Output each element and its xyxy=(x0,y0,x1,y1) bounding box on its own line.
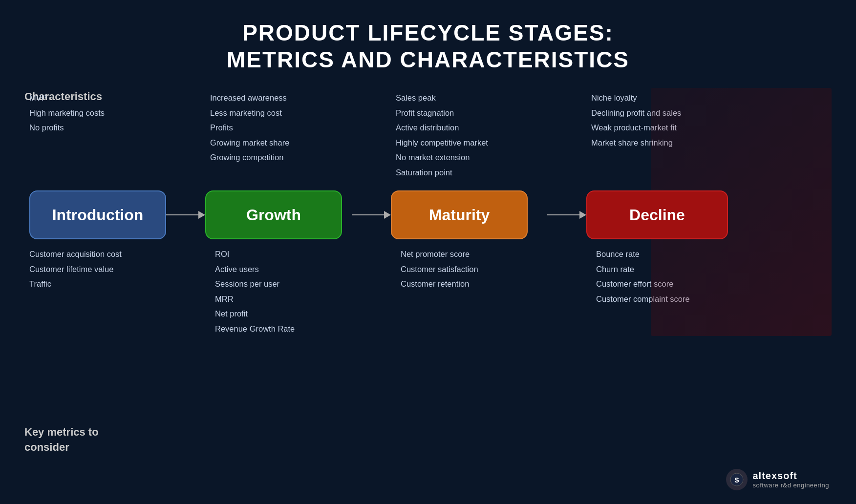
key-metrics-label: Key metrics toconsider xyxy=(24,425,99,455)
brand-logo: s xyxy=(726,469,748,490)
title-text: PRODUCT LIFECYCLE STAGES: METRICS and CH… xyxy=(24,20,832,73)
growth-box-wrapper: Growth xyxy=(205,190,352,239)
maturity-box-wrapper: Maturity xyxy=(391,190,547,239)
intro-char-3: No profits xyxy=(29,120,200,135)
intro-char-1: MVP xyxy=(29,90,200,105)
growth-char-3: Profits xyxy=(210,120,386,135)
growth-stage-box: Growth xyxy=(205,190,342,239)
intro-char-2: High marketing costs xyxy=(29,105,200,121)
intro-metric-3: Traffic xyxy=(29,276,205,292)
branding: s altexsoft software r&d engineering xyxy=(726,469,829,490)
decline-box-wrapper: Decline xyxy=(586,190,832,239)
arrow-2 xyxy=(352,211,391,219)
decline-char-3: Weak product-market fit xyxy=(591,120,832,135)
growth-metric-2: Active users xyxy=(215,262,391,277)
maturity-metrics: Net promoter score Customer satisfaction… xyxy=(401,242,586,292)
decline-metric-3: Customer effort score xyxy=(596,276,832,292)
maturity-char-2: Profit stagnation xyxy=(396,105,581,121)
decline-char-1: Niche loyalty xyxy=(591,90,832,105)
brand-logo-icon: s xyxy=(730,473,744,486)
growth-char-1: Increased awareness xyxy=(210,90,386,105)
growth-metrics: ROI Active users Sessions per user MRR N… xyxy=(215,242,391,336)
svg-text:s: s xyxy=(734,475,739,484)
growth-metric-3: Sessions per user xyxy=(215,276,391,292)
decline-char-4: Market share shrinking xyxy=(591,135,832,150)
growth-char-2: Less marketing cost xyxy=(210,105,386,121)
brand-text-block: altexsoft software r&d engineering xyxy=(752,470,829,489)
maturity-metric-1: Net promoter score xyxy=(401,247,586,262)
intro-characteristics: MVP High marketing costs No profits xyxy=(29,88,200,190)
arrow-3 xyxy=(547,211,586,219)
brand-name: altexsoft xyxy=(752,470,829,482)
growth-metric-5: Net profit xyxy=(215,306,391,321)
decline-metric-4: Customer complaint score xyxy=(596,292,832,307)
intro-metric-1: Customer acquisition cost xyxy=(29,247,205,262)
maturity-metric-2: Customer satisfaction xyxy=(401,262,586,277)
maturity-char-3: Active distribution xyxy=(396,120,581,135)
brand-subtitle: software r&d engineering xyxy=(752,482,829,489)
intro-metrics: Customer acquisition cost Customer lifet… xyxy=(29,242,205,292)
decline-stage-box: Decline xyxy=(586,190,728,239)
intro-metric-2: Customer lifetime value xyxy=(29,262,205,277)
page-container: PRODUCT LIFECYCLE STAGES: METRICS and CH… xyxy=(0,0,856,504)
intro-box-wrapper: Introduction xyxy=(29,190,166,239)
decline-metric-2: Churn rate xyxy=(596,262,832,277)
maturity-stage-box: Maturity xyxy=(391,190,528,239)
growth-metric-1: ROI xyxy=(215,247,391,262)
growth-characteristics: Increased awareness Less marketing cost … xyxy=(210,88,386,190)
maturity-char-4: Highly competitive market xyxy=(396,135,581,150)
arrow-1 xyxy=(166,211,205,219)
maturity-characteristics: Sales peak Profit stagnation Active dist… xyxy=(396,88,581,190)
maturity-char-6: Saturation point xyxy=(396,165,581,180)
decline-metric-1: Bounce rate xyxy=(596,247,832,262)
growth-char-5: Growing competition xyxy=(210,150,386,165)
maturity-metric-3: Customer retention xyxy=(401,276,586,292)
page-title: PRODUCT LIFECYCLE STAGES: METRICS and CH… xyxy=(24,20,832,73)
introduction-stage-box: Introduction xyxy=(29,190,166,239)
decline-char-2: Declining profit and sales xyxy=(591,105,832,121)
decline-metrics: Bounce rate Churn rate Customer effort s… xyxy=(596,242,832,306)
decline-characteristics: Niche loyalty Declining profit and sales… xyxy=(591,88,832,190)
growth-metric-4: MRR xyxy=(215,292,391,307)
maturity-char-1: Sales peak xyxy=(396,90,581,105)
maturity-char-5: No market extension xyxy=(396,150,581,165)
growth-metric-6: Revenue Growth Rate xyxy=(215,321,391,336)
growth-char-4: Growing market share xyxy=(210,135,386,150)
